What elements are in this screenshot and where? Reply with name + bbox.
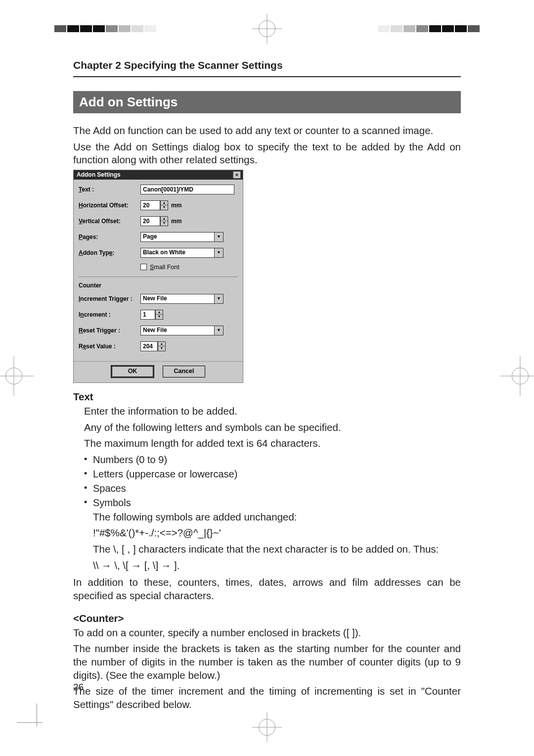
v-offset-unit: mm [171, 218, 181, 225]
spin-down-icon[interactable]: ▾ [161, 205, 168, 210]
close-icon[interactable]: × [233, 171, 241, 179]
addon-settings-dialog: Addon Settings × TText :ext : Horizontal… [73, 170, 243, 383]
counter-section-head: Counter [79, 282, 238, 289]
left-cross-icon [0, 356, 34, 396]
h-offset-input[interactable] [140, 200, 160, 210]
checkbox-icon[interactable] [140, 264, 147, 270]
v-offset-spinner[interactable]: ▴▾ [160, 216, 168, 226]
increment-label: Increment : [79, 311, 140, 318]
addon-type-combo[interactable]: Black on White▾ [140, 248, 223, 258]
chevron-down-icon[interactable]: ▾ [214, 326, 223, 335]
symbols-line3: The \, [ , ] characters indicate that th… [93, 543, 461, 556]
h-offset-label: Horizontal Offset: [79, 202, 140, 209]
small-font-checkbox[interactable]: Small Font [140, 264, 179, 271]
pages-label: Pages: [79, 234, 140, 240]
counter-p1: To add on a counter, specify a number en… [73, 626, 461, 640]
cancel-button[interactable]: Cancel [163, 366, 205, 378]
list-item: Letters (uppercase or lowercase) [84, 468, 461, 481]
right-calib-bar [378, 25, 480, 32]
increment-input[interactable] [140, 310, 155, 320]
v-offset-input[interactable] [140, 216, 160, 226]
symbols-label: Symbols [93, 497, 131, 508]
text-p2: Any of the following letters and symbols… [84, 421, 461, 434]
corner-mark-bl [20, 709, 44, 739]
text-input[interactable] [140, 185, 234, 194]
reset-value-spinner[interactable]: ▴▾ [158, 341, 166, 351]
spin-down-icon[interactable]: ▾ [158, 346, 165, 351]
intro-line-2: Use the Add on Settings dialog box to sp… [73, 141, 461, 167]
text-p3: The maximum length for added text is 64 … [84, 437, 461, 450]
h-offset-unit: mm [171, 202, 181, 209]
inc-trigger-combo[interactable]: New File▾ [140, 294, 223, 304]
top-cross-icon [252, 14, 282, 44]
chevron-down-icon[interactable]: ▾ [214, 248, 223, 257]
counter-p2: The number inside the brackets is taken … [73, 642, 461, 682]
spin-down-icon[interactable]: ▾ [156, 315, 163, 319]
h-offset-spinner[interactable]: ▴▾ [160, 200, 168, 210]
chapter-title: Chapter 2 Specifying the Scanner Setting… [73, 59, 461, 77]
symbols-line2: !"#$%&'()*+-./:;<=>?@^_|{}~' [93, 526, 461, 540]
allowed-chars-list: Numbers (0 to 9) Letters (uppercase or l… [84, 453, 461, 572]
section-banner: Add on Settings [73, 91, 461, 113]
right-cross-icon [500, 356, 534, 396]
chevron-down-icon[interactable]: ▾ [214, 233, 223, 241]
reset-value-input[interactable] [140, 341, 158, 351]
reset-value-label: Reset Value : [79, 343, 140, 350]
page-content: Chapter 2 Specifying the Scanner Setting… [73, 59, 461, 697]
ok-button[interactable]: OK [111, 366, 154, 378]
addon-type-label: Addon Type: [79, 249, 140, 256]
spin-down-icon[interactable]: ▾ [161, 221, 168, 226]
reset-trigger-label: Reset Trigger : [79, 327, 140, 334]
text-heading: Text [73, 391, 461, 403]
list-item: Spaces [84, 482, 461, 495]
dialog-titlebar: Addon Settings × [74, 170, 243, 180]
page-number: 26 [73, 682, 84, 693]
dialog-title: Addon Settings [77, 171, 121, 178]
inc-trigger-label: Increment Trigger : [79, 295, 140, 302]
counter-p3: The size of the timer increment and the … [73, 685, 461, 711]
chevron-down-icon[interactable]: ▾ [214, 294, 223, 303]
intro-line-1: The Add on function can be used to add a… [73, 124, 461, 138]
after-bullets: In addition to these, counters, times, d… [73, 576, 461, 602]
list-item: Numbers (0 to 9) [84, 453, 461, 467]
counter-heading: <Counter> [73, 613, 461, 624]
pages-combo[interactable]: Page▾ [140, 232, 223, 242]
small-font-label: Small Font [150, 264, 179, 271]
crop-marks-top [0, 14, 534, 44]
text-label: TText :ext : [79, 186, 140, 193]
reset-trigger-combo[interactable]: New File▾ [140, 326, 223, 335]
v-offset-label: Vertical Offset: [79, 218, 140, 225]
bottom-cross-icon [252, 712, 282, 742]
crop-marks-bottom [0, 712, 534, 742]
text-p1: Enter the information to be added. [84, 405, 461, 418]
increment-spinner[interactable]: ▴▾ [155, 310, 163, 320]
symbols-line4: \\ → \, \[ → [, \] → ]. [93, 559, 461, 572]
symbols-line1: The following symbols are added unchange… [93, 511, 461, 524]
left-calib-bar [54, 25, 156, 32]
list-item: Symbols The following symbols are added … [84, 496, 461, 572]
